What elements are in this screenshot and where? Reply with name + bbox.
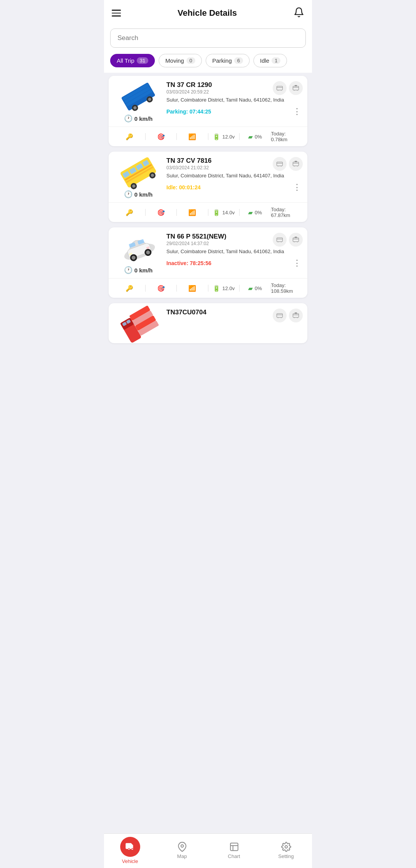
target-icon: 🎯 bbox=[157, 285, 165, 292]
vehicle-location: Sulur, Coimbatore District, Tamil Nadu, … bbox=[166, 248, 303, 255]
vehicle-park-button[interactable] bbox=[289, 81, 303, 95]
vehicle-thumbnail bbox=[117, 309, 159, 339]
nav-map[interactable]: Map bbox=[156, 842, 208, 859]
svg-point-51 bbox=[285, 846, 287, 848]
filter-idle[interactable]: Idle 1 bbox=[253, 54, 287, 67]
signal-icon: 📶 bbox=[188, 209, 196, 216]
vehicle-location: Sulur, Coimbatore District, Tamil Nadu, … bbox=[166, 172, 303, 179]
target-icon: 🎯 bbox=[157, 133, 165, 140]
footer-key[interactable]: 🔑 bbox=[114, 285, 145, 292]
vehicle-date: 29/02/2024 14:37:02 bbox=[166, 241, 226, 246]
footer-target[interactable]: 🎯 bbox=[146, 285, 177, 292]
nav-chart[interactable]: Chart bbox=[208, 842, 260, 859]
vehicle-info: TN 37 CR 1290 03/03/2024 20:59:22 Sulur,… bbox=[166, 81, 303, 123]
vehicle-date: 03/03/2024 21:02:32 bbox=[166, 165, 211, 170]
svg-rect-47 bbox=[293, 314, 299, 317]
footer-key[interactable]: 🔑 bbox=[114, 133, 145, 140]
vehicle-view-button[interactable] bbox=[273, 309, 287, 322]
map-icon bbox=[177, 842, 187, 852]
svg-rect-35 bbox=[277, 238, 283, 242]
footer-today-km: Today: 108.59km bbox=[271, 282, 302, 294]
svg-rect-46 bbox=[277, 314, 283, 317]
vehicle-card: TN37CU0704 bbox=[109, 303, 307, 343]
vehicle-park-button[interactable] bbox=[289, 309, 303, 322]
vehicle-card: 🕐 0 km/h TN 66 P 5521(NEW) 29/02/2024 14… bbox=[109, 227, 307, 298]
target-icon: 🎯 bbox=[157, 209, 165, 216]
svg-rect-9 bbox=[293, 86, 299, 90]
vehicle-card-footer: 🔑 🎯 📶 🔋 12.0v ▰ 0% Today: 108.59km bbox=[109, 278, 307, 298]
key-icon: 🔑 bbox=[126, 285, 133, 292]
vehicle-thumbnail bbox=[117, 157, 159, 188]
vehicle-view-button[interactable] bbox=[273, 81, 287, 95]
vehicle-info: TN 66 P 5521(NEW) 29/02/2024 14:37:02 Su… bbox=[166, 233, 303, 274]
page-title: Vehicle Details bbox=[178, 8, 237, 18]
footer-signal[interactable]: 📶 bbox=[177, 285, 208, 292]
nav-map-label: Map bbox=[177, 853, 187, 859]
footer-voltage: 🔋 12.0v bbox=[208, 285, 240, 292]
bottom-nav: Vehicle Map Chart Setting bbox=[104, 833, 312, 868]
vehicle-list: 🕐 0 km/h TN 37 CR 1290 03/03/2024 20:59:… bbox=[104, 73, 312, 868]
vehicle-status-row: Parking: 07:44:25 ⋮ bbox=[166, 105, 303, 118]
signal-icon: 📶 bbox=[188, 133, 196, 140]
vehicle-location: Sulur, Coimbatore District, Tamil Nadu, … bbox=[166, 97, 303, 103]
more-options-button[interactable]: ⋮ bbox=[291, 181, 303, 194]
footer-target[interactable]: 🎯 bbox=[146, 209, 177, 216]
svg-rect-22 bbox=[277, 162, 283, 166]
filter-tabs: All Trip 31 Moving 0 Parking 6 Idle 1 bbox=[104, 54, 312, 73]
vehicle-status-row: Idle: 00:01:24 ⋮ bbox=[166, 181, 303, 194]
footer-target[interactable]: 🎯 bbox=[146, 133, 177, 140]
svg-rect-8 bbox=[277, 86, 283, 90]
vehicle-info: TN37CU0704 bbox=[166, 309, 303, 339]
filter-all-trip[interactable]: All Trip 31 bbox=[110, 54, 155, 67]
setting-icon bbox=[281, 842, 291, 852]
vehicle-thumbnail bbox=[117, 81, 159, 112]
vehicle-status: Idle: 00:01:24 bbox=[166, 184, 201, 190]
vehicle-thumbnail bbox=[117, 233, 159, 264]
nav-vehicle[interactable]: Vehicle bbox=[104, 837, 156, 864]
vehicle-id: TN37CU0704 bbox=[166, 309, 206, 316]
vehicle-image-section: 🕐 0 km/h bbox=[113, 233, 163, 274]
signal-icon: 📶 bbox=[188, 285, 196, 292]
header: Vehicle Details bbox=[104, 0, 312, 25]
footer-today-km: Today: 67.87km bbox=[271, 207, 302, 218]
more-options-button[interactable]: ⋮ bbox=[291, 105, 303, 118]
footer-today-km: Today: 0.78km bbox=[271, 131, 302, 142]
more-options-button[interactable]: ⋮ bbox=[291, 257, 303, 270]
vehicle-view-button[interactable] bbox=[273, 233, 287, 247]
search-input[interactable] bbox=[110, 28, 306, 48]
vehicle-card: 🕐 0 km/h TN 37 CV 7816 03/03/2024 21:02:… bbox=[109, 152, 307, 222]
notification-icon[interactable] bbox=[294, 7, 304, 19]
vehicle-action-icons bbox=[273, 157, 303, 171]
svg-rect-10 bbox=[295, 85, 297, 87]
menu-icon[interactable] bbox=[112, 10, 121, 17]
footer-battery: ▰ 0% bbox=[240, 209, 271, 216]
vehicle-id: TN 37 CR 1290 bbox=[166, 81, 212, 89]
footer-signal[interactable]: 📶 bbox=[177, 133, 208, 140]
footer-voltage: 🔋 12.0v bbox=[208, 133, 240, 140]
svg-rect-50 bbox=[230, 843, 238, 851]
vehicle-action-icons bbox=[273, 81, 303, 95]
vehicle-park-button[interactable] bbox=[289, 233, 303, 247]
vehicle-park-button[interactable] bbox=[289, 157, 303, 171]
vehicle-card-footer: 🔑 🎯 📶 🔋 12.0v ▰ 0% Today: 0.78km bbox=[109, 127, 307, 146]
svg-rect-36 bbox=[293, 238, 299, 242]
key-icon: 🔑 bbox=[126, 133, 133, 140]
footer-voltage: 🔋 14.0v bbox=[208, 209, 240, 216]
vehicle-action-icons bbox=[273, 233, 303, 247]
footer-key[interactable]: 🔑 bbox=[114, 209, 145, 216]
svg-rect-23 bbox=[293, 162, 299, 166]
svg-rect-24 bbox=[295, 161, 297, 162]
nav-vehicle-label: Vehicle bbox=[122, 858, 138, 864]
footer-signal[interactable]: 📶 bbox=[177, 209, 208, 216]
footer-battery: ▰ 0% bbox=[240, 133, 271, 140]
nav-setting-label: Setting bbox=[278, 853, 294, 859]
vehicle-image-section: 🕐 0 km/h bbox=[113, 157, 163, 199]
filter-moving[interactable]: Moving 0 bbox=[159, 54, 202, 67]
chart-icon bbox=[229, 842, 239, 852]
vehicle-status: Parking: 07:44:25 bbox=[166, 108, 211, 115]
nav-setting[interactable]: Setting bbox=[260, 842, 312, 859]
filter-parking[interactable]: Parking 6 bbox=[206, 54, 250, 67]
vehicle-status: Inactive: 78:25:56 bbox=[166, 260, 211, 266]
footer-battery: ▰ 0% bbox=[240, 285, 271, 292]
vehicle-view-button[interactable] bbox=[273, 157, 287, 171]
